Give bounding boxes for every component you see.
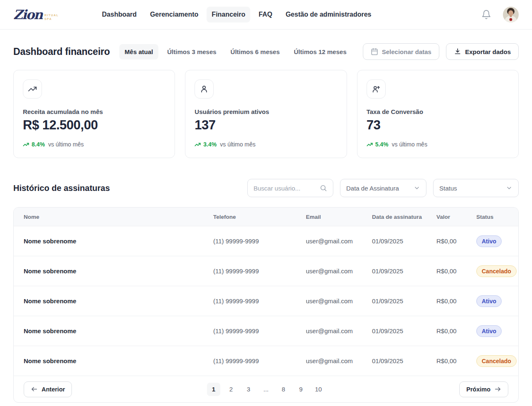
cell-phone: (11) 99999-9999 bbox=[213, 238, 306, 245]
stat-label: Usuários premium ativos bbox=[195, 108, 337, 115]
arrow-left-icon bbox=[31, 386, 38, 393]
column-header-nome: Nome bbox=[24, 214, 213, 220]
brand-logo[interactable]: Zion RITUAL SPA bbox=[13, 8, 59, 21]
stat-delta: 3.4% vs último mês bbox=[195, 141, 337, 148]
cell-name: Nome sobrenome bbox=[24, 327, 213, 334]
table-row[interactable]: Nome sobrenome (11) 99999-9999 user@gmai… bbox=[14, 346, 518, 376]
column-header-email: Email bbox=[306, 214, 372, 220]
stat-card-receita: Receita acumulada no mês R$ 12.500,00 8.… bbox=[13, 70, 175, 158]
cell-value: R$0,00 bbox=[436, 357, 476, 364]
filter-status-dropdown[interactable]: Status bbox=[433, 179, 519, 197]
cell-value: R$0,00 bbox=[436, 327, 476, 334]
page-ellipsis: ... bbox=[259, 383, 273, 396]
column-header-valor: Valor bbox=[436, 214, 476, 220]
stat-delta-pct: 3.4% bbox=[203, 141, 217, 148]
page-number-8[interactable]: 8 bbox=[277, 383, 290, 396]
status-badge: Ativo bbox=[476, 325, 502, 337]
previous-page-label: Anterior bbox=[42, 386, 65, 393]
nav-item-faq[interactable]: FAQ bbox=[254, 7, 277, 22]
cell-date: 01/09/2025 bbox=[372, 327, 436, 334]
stat-delta-suffix: vs último mês bbox=[392, 141, 428, 148]
previous-page-button[interactable]: Anterior bbox=[24, 381, 72, 397]
filter-data-assinatura-label: Data de Assinatura bbox=[346, 185, 399, 192]
cell-email: user@gmail.com bbox=[306, 267, 372, 275]
nav-item-financeiro[interactable]: Financeiro bbox=[207, 7, 250, 22]
search-icon[interactable] bbox=[320, 184, 327, 192]
status-badge: Ativo bbox=[476, 295, 502, 307]
user-avatar[interactable] bbox=[503, 7, 519, 22]
cell-date: 01/09/2025 bbox=[372, 238, 436, 245]
select-dates-label: Selecionar datas bbox=[382, 48, 431, 55]
table-row[interactable]: Nome sobrenome (11) 99999-9999 user@gmai… bbox=[14, 256, 518, 286]
cell-date: 01/09/2025 bbox=[372, 267, 436, 275]
cell-phone: (11) 99999-9999 bbox=[213, 297, 306, 304]
page-number-9[interactable]: 9 bbox=[294, 383, 308, 396]
stat-value: 73 bbox=[367, 118, 509, 133]
next-page-button[interactable]: Próximo bbox=[459, 381, 508, 397]
cell-date: 01/09/2025 bbox=[372, 297, 436, 304]
nav-item-gerenciamento[interactable]: Gerenciamento bbox=[145, 7, 203, 22]
column-header-telefone: Telefone bbox=[213, 214, 306, 220]
user-icon bbox=[195, 79, 214, 99]
stat-delta-suffix: vs último mês bbox=[48, 141, 84, 148]
stat-delta-pct: 5.4% bbox=[375, 141, 389, 148]
stat-delta: 5.4% vs último mês bbox=[367, 141, 509, 148]
tab-ultimos-12-meses[interactable]: Últimos 12 meses bbox=[288, 44, 352, 59]
export-data-label: Exportar dados bbox=[465, 48, 511, 55]
table-row[interactable]: Nome sobrenome (11) 99999-9999 user@gmai… bbox=[14, 226, 518, 256]
tab-ultimos-6-meses[interactable]: Últimos 6 meses bbox=[225, 44, 285, 59]
cell-name: Nome sobrenome bbox=[24, 297, 213, 304]
chevron-down-icon bbox=[414, 185, 420, 191]
subscriptions-table: Nome Telefone Email Data de assinatura V… bbox=[13, 207, 519, 403]
subscriptions-filters: Data de Assinatura Status bbox=[247, 179, 519, 197]
page-number-3[interactable]: 3 bbox=[242, 383, 255, 396]
page-title: Dashboard financeiro bbox=[13, 46, 110, 57]
filter-status-label: Status bbox=[439, 185, 457, 192]
export-data-button[interactable]: Exportar dados bbox=[446, 43, 519, 60]
page-header: Dashboard financeiro Mês atual Últimos 3… bbox=[13, 43, 519, 60]
table-header-row: Nome Telefone Email Data de assinatura V… bbox=[14, 208, 518, 226]
select-dates-button[interactable]: Selecionar datas bbox=[363, 43, 439, 60]
table-row[interactable]: Nome sobrenome (11) 99999-9999 user@gmai… bbox=[14, 286, 518, 316]
page-number-10[interactable]: 10 bbox=[312, 383, 325, 396]
cell-value: R$0,00 bbox=[436, 297, 476, 304]
table-row[interactable]: Nome sobrenome (11) 99999-9999 user@gmai… bbox=[14, 316, 518, 346]
cell-phone: (11) 99999-9999 bbox=[213, 357, 306, 364]
cell-date: 01/09/2025 bbox=[372, 357, 436, 364]
cell-email: user@gmail.com bbox=[306, 238, 372, 245]
subscriptions-title: Histórico de assinaturas bbox=[13, 183, 110, 193]
status-badge: Cancelado bbox=[476, 265, 517, 277]
search-input[interactable] bbox=[254, 185, 316, 192]
main-nav: Dashboard Gerenciamento Financeiro FAQ G… bbox=[97, 7, 376, 22]
search-user-box bbox=[247, 179, 333, 197]
filter-data-assinatura-dropdown[interactable]: Data de Assinatura bbox=[340, 179, 426, 197]
cell-email: user@gmail.com bbox=[306, 297, 372, 304]
column-header-status: Status bbox=[476, 214, 508, 220]
avatar-image bbox=[503, 7, 519, 22]
brand-tagline: RITUAL SPA bbox=[44, 13, 59, 21]
tab-mes-atual[interactable]: Mês atual bbox=[119, 44, 158, 59]
stat-label: Receita acumulada no mês bbox=[23, 108, 165, 115]
cell-name: Nome sobrenome bbox=[24, 267, 213, 275]
nav-item-dashboard[interactable]: Dashboard bbox=[97, 7, 142, 22]
trend-up-icon bbox=[367, 141, 373, 148]
page-number-2[interactable]: 2 bbox=[224, 383, 238, 396]
date-range-tabs: Mês atual Últimos 3 meses Últimos 6 mese… bbox=[119, 44, 352, 59]
stat-delta: 8.4% vs último mês bbox=[23, 141, 165, 148]
cell-value: R$0,00 bbox=[436, 267, 476, 275]
stat-delta-suffix: vs último mês bbox=[220, 141, 256, 148]
page-numbers: 1 2 3 ... 8 9 10 bbox=[207, 383, 325, 396]
stat-delta-pct: 8.4% bbox=[32, 141, 45, 148]
stat-value: R$ 12.500,00 bbox=[23, 118, 165, 133]
stat-label: Taxa de Conversão bbox=[367, 108, 509, 115]
top-navigation-bar: Zion RITUAL SPA Dashboard Gerenciamento … bbox=[0, 0, 532, 30]
page-number-1[interactable]: 1 bbox=[207, 383, 220, 396]
pagination: Anterior 1 2 3 ... 8 9 10 Próximo bbox=[14, 376, 518, 402]
tab-ultimos-3-meses[interactable]: Últimos 3 meses bbox=[162, 44, 222, 59]
calendar-icon bbox=[371, 48, 378, 55]
arrow-right-icon bbox=[494, 386, 501, 393]
notification-bell-icon[interactable] bbox=[481, 10, 491, 20]
column-header-data-assinatura: Data de assinatura bbox=[372, 214, 436, 220]
trending-up-icon bbox=[23, 79, 42, 99]
nav-item-gestao-administradores[interactable]: Gestão de administradores bbox=[281, 7, 376, 22]
